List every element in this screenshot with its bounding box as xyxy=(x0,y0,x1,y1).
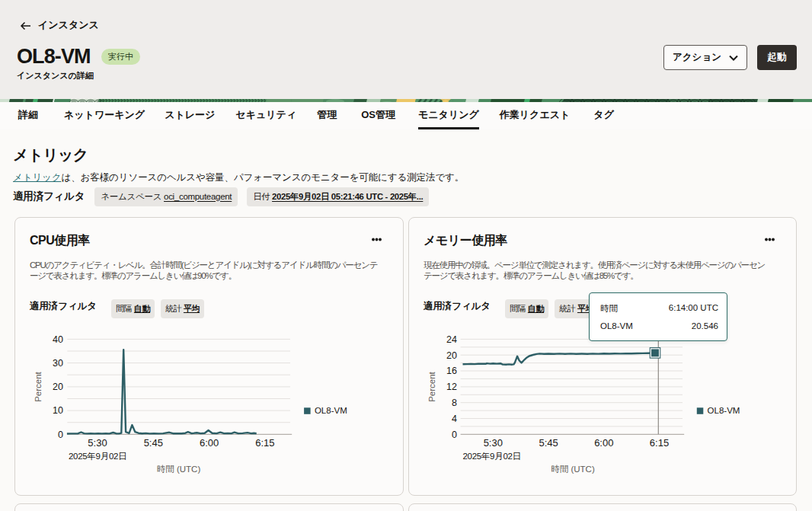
svg-text:12: 12 xyxy=(446,382,457,392)
svg-text:6:00: 6:00 xyxy=(594,437,613,449)
svg-text:OL8-VM: OL8-VM xyxy=(708,406,740,415)
svg-text:20: 20 xyxy=(446,350,457,361)
svg-text:20: 20 xyxy=(53,382,63,392)
svg-text:時間 (UTC): 時間 (UTC) xyxy=(551,465,595,474)
svg-text:10: 10 xyxy=(53,405,63,416)
svg-text:5:30: 5:30 xyxy=(88,437,107,449)
svg-text:8: 8 xyxy=(452,398,457,408)
svg-text:4: 4 xyxy=(452,414,457,424)
svg-text:5:30: 5:30 xyxy=(484,437,503,449)
svg-text:30: 30 xyxy=(53,358,63,369)
svg-text:6:15: 6:15 xyxy=(650,437,669,449)
svg-text:時間 (UTC): 時間 (UTC) xyxy=(157,465,201,474)
svg-text:2025年9月02日: 2025年9月02日 xyxy=(69,452,126,461)
svg-text:24: 24 xyxy=(446,334,457,345)
svg-text:2025年9月02日: 2025年9月02日 xyxy=(463,452,521,461)
svg-text:5:45: 5:45 xyxy=(144,437,163,449)
svg-text:Percent: Percent xyxy=(34,371,43,401)
svg-text:0: 0 xyxy=(58,430,63,440)
svg-text:OL8-VM: OL8-VM xyxy=(315,406,347,415)
svg-text:0: 0 xyxy=(452,430,457,440)
svg-text:Percent: Percent xyxy=(427,371,436,401)
svg-text:5:45: 5:45 xyxy=(539,437,558,449)
svg-text:16: 16 xyxy=(446,366,457,376)
svg-text:6:15: 6:15 xyxy=(255,437,274,449)
svg-text:6:00: 6:00 xyxy=(200,437,219,449)
svg-text:40: 40 xyxy=(53,334,63,345)
